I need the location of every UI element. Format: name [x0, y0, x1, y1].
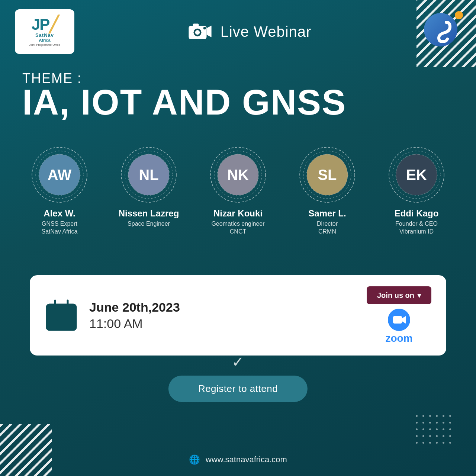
speaker-name: Nizar Kouki — [213, 208, 263, 219]
register-button[interactable]: Register to attend — [168, 376, 308, 402]
avatar-container: NL — [119, 145, 178, 205]
speaker-0: AW Alex W. GNSS ExpertSatNav Africa — [22, 145, 97, 236]
join-section: Join us on ▾ zoom — [367, 286, 431, 344]
avatar: AW — [39, 154, 80, 195]
live-webinar-text: Live Webinar — [221, 23, 312, 40]
speaker-title: GNSS ExpertSatNav Africa — [42, 220, 78, 236]
avatar-container: SL — [298, 145, 357, 205]
join-us-button[interactable]: Join us on ▾ — [367, 286, 431, 304]
avatar: SL — [307, 154, 348, 195]
chevron-down-icon: ▾ — [417, 291, 421, 300]
speaker-title: Founder & CEOVibranium ID — [395, 220, 438, 236]
zoom-text: zoom — [385, 332, 412, 344]
event-details: June 20th,2023 11:00 AM — [89, 300, 356, 331]
speakers-section: AW Alex W. GNSS ExpertSatNav Africa NL N… — [0, 145, 476, 236]
speaker-name: Alex W. — [44, 208, 75, 219]
speaker-title: Geomatics engineerCNCT — [211, 220, 264, 236]
chevron-down-separator: ✓ — [232, 353, 244, 370]
speaker-title: DirectorCRMN — [317, 220, 338, 236]
event-card: June 20th,2023 11:00 AM Join us on ▾ zoo… — [30, 275, 446, 356]
logo-jp-text: JP╱ — [32, 17, 58, 32]
webinar-label-area: Live Webinar — [74, 20, 424, 43]
event-time: 11:00 AM — [89, 316, 356, 331]
join-btn-label: Join us on — [377, 291, 414, 300]
header: JP╱ SatNav Africa Joint Programme Office… — [0, 0, 476, 63]
logo-satnav-text: SatNav — [35, 32, 54, 38]
calendar-icon — [45, 299, 78, 332]
avatar-container: AW — [30, 145, 89, 205]
website-url: www.satnavafrica.com — [206, 455, 287, 464]
svg-point-2 — [195, 30, 200, 35]
svg-marker-3 — [206, 26, 211, 38]
svg-rect-28 — [393, 316, 402, 324]
speaker-4: EK Eddi Kago Founder & CEOVibranium ID — [379, 145, 454, 236]
speaker-3: SL Samer L. DirectorCRMN — [290, 145, 364, 236]
dots-decoration — [416, 415, 454, 446]
svg-point-5 — [203, 27, 206, 29]
speaker-name: Samer L. — [308, 208, 346, 219]
logo-africa-text: Africa — [39, 38, 50, 42]
speaker-title: Space Engineer — [128, 220, 170, 228]
avatar: NL — [128, 154, 169, 195]
avatar-container: NK — [208, 145, 268, 205]
globe-icon: 🌐 — [189, 454, 200, 465]
speaker-name: Nissen Lazreg — [119, 208, 179, 219]
theme-title: IA, IOT AND GNSS — [22, 84, 454, 120]
camera-icon — [187, 20, 213, 43]
s-brand-logo — [424, 13, 461, 50]
avatar: EK — [396, 154, 437, 195]
avatar: NK — [218, 154, 258, 195]
logo-joint-text: Joint Programme Office — [29, 43, 60, 46]
avatar-container: EK — [387, 145, 446, 205]
jp-satnav-logo: JP╱ SatNav Africa Joint Programme Office — [15, 9, 74, 54]
event-date: June 20th,2023 — [89, 300, 356, 315]
footer: 🌐 www.satnavafrica.com — [0, 454, 476, 465]
theme-section: THEME : IA, IOT AND GNSS — [0, 63, 476, 131]
speaker-1: NL Nissen Lazreg Space Engineer — [112, 145, 186, 228]
svg-rect-4 — [193, 24, 199, 27]
speaker-2: NK Nizar Kouki Geomatics engineerCNCT — [201, 145, 275, 236]
zoom-logo: zoom — [385, 309, 412, 344]
stripe-decoration-bottom-left — [0, 424, 52, 476]
speaker-name: Eddi Kago — [395, 208, 439, 219]
svg-marker-29 — [402, 316, 406, 324]
